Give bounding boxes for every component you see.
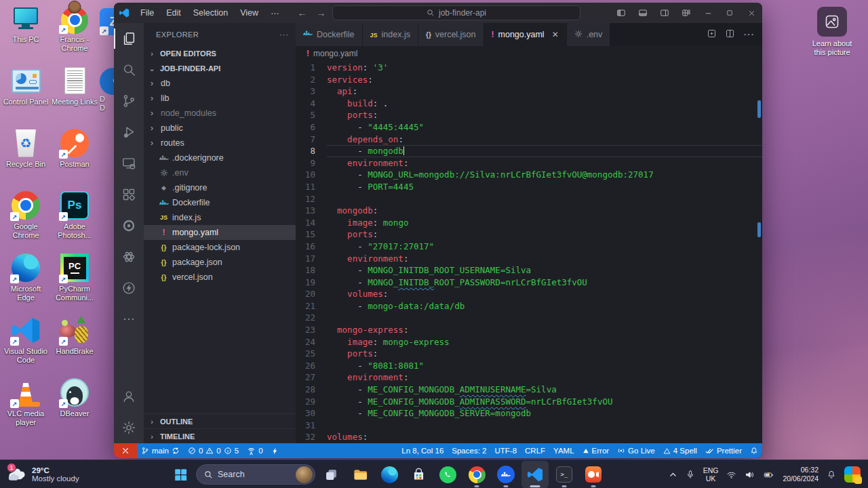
tab--env[interactable]: .env xyxy=(567,23,611,46)
desktop-icon-google-chrome[interactable]: ↗Google Chrome xyxy=(2,190,50,252)
scrollbar-mark[interactable] xyxy=(757,100,761,118)
layout-sidebar-right-icon[interactable] xyxy=(654,3,675,23)
layout-panel-icon[interactable] xyxy=(632,3,654,23)
code-line-11[interactable]: 11 - PORT=4445 xyxy=(296,181,762,193)
git-branch-status[interactable]: main xyxy=(137,443,184,458)
encoding[interactable]: UTF-8 xyxy=(490,443,521,458)
code-line-23[interactable]: 23 mongo-express: xyxy=(296,324,762,336)
taskbar-app-taskview[interactable] xyxy=(317,461,344,488)
close-button[interactable] xyxy=(741,3,762,23)
desktop-icon-francis-chrome[interactable]: ↗Francis - Chrome xyxy=(51,3,98,65)
tree-file-vercel-json[interactable]: {}vercel.json xyxy=(144,270,296,285)
code-line-9[interactable]: 9 environment: xyxy=(296,157,762,169)
nav-back-icon[interactable]: ← xyxy=(298,7,307,18)
desktop-icon-handbrake[interactable]: ↗HandBrake xyxy=(51,314,98,377)
desktop-icon-visual-studio-code[interactable]: ↗Visual Studio Code xyxy=(2,314,50,377)
language-indicator[interactable]: ENGUK xyxy=(700,462,722,487)
learn-about-picture[interactable]: Learn about this picture xyxy=(806,7,859,57)
layout-customize-icon[interactable] xyxy=(675,3,697,23)
git-activity-icon[interactable] xyxy=(114,85,144,117)
split-editor-icon[interactable] xyxy=(725,28,735,41)
tray-overflow-chevron[interactable] xyxy=(665,462,681,487)
menu-edit[interactable]: Edit xyxy=(160,3,187,23)
code-line-7[interactable]: 7 depends_on: xyxy=(296,134,762,146)
notifications-bell[interactable] xyxy=(746,443,762,458)
prettier-status[interactable]: Prettier xyxy=(701,443,746,458)
clock[interactable]: 06:3220/06/2024 xyxy=(779,462,822,487)
desktop-icon-adobe-photosh[interactable]: Ps↗Adobe Photosh... xyxy=(51,190,98,252)
battery-icon[interactable] xyxy=(760,462,778,487)
code-line-29[interactable]: 29 - ME_CONFIG_MONGODB_ADMINPASSWORD=nrL… xyxy=(296,396,762,408)
openai-activity-icon[interactable] xyxy=(114,241,144,272)
taskbar-app-start[interactable] xyxy=(167,461,194,488)
partial-desktop-icon[interactable]: ◔ DD xyxy=(100,68,114,115)
code-line-25[interactable]: 25 ports: xyxy=(296,348,762,360)
menu-selection[interactable]: Selection xyxy=(187,3,234,23)
thunder-client-status[interactable] xyxy=(267,443,283,458)
wifi-icon[interactable] xyxy=(723,462,740,487)
tree-file--gitignore[interactable]: ◆.gitignore xyxy=(144,180,296,195)
tree-file-Dockerfile[interactable]: Dockerfile xyxy=(144,195,296,210)
eol[interactable]: CRLF xyxy=(521,443,549,458)
layout-sidebar-left-icon[interactable] xyxy=(610,3,632,23)
code-line-19[interactable]: 19 - MONGO_INITDB_ROOT_PASSWORD=nrLCrBfG… xyxy=(296,277,762,289)
project-root-section[interactable]: ⌄ JOB-FINDER-API xyxy=(144,61,296,76)
thunder-activity-icon[interactable] xyxy=(114,272,144,304)
code-line-20[interactable]: 20 volumes: xyxy=(296,288,762,300)
code-line-18[interactable]: 18 - MONGO_INITDB_ROOT_USERNAME=Silva xyxy=(296,264,762,277)
desktop-icon-dbeaver[interactable]: ↗DBeaver xyxy=(51,377,98,439)
more-actions-icon[interactable]: ··· xyxy=(743,28,754,41)
maximize-button[interactable] xyxy=(719,3,741,23)
corner-widget-icon[interactable] xyxy=(841,462,864,487)
tab-index-js[interactable]: JSindex.js xyxy=(363,23,418,46)
menu-more[interactable]: ⋯ xyxy=(264,3,285,23)
code-line-30[interactable]: 30 - ME_CONFIG_MONGODB_SERVER=mongodb xyxy=(296,407,762,420)
debug-activity-icon[interactable] xyxy=(114,117,144,148)
code-line-32[interactable]: 32volumes: xyxy=(296,431,762,443)
breadcrumb[interactable]: ! mongo.yaml xyxy=(296,46,762,61)
tree-folder-node-modules[interactable]: ›node_modules xyxy=(144,106,296,121)
code-line-26[interactable]: 26 - "8081:8081" xyxy=(296,360,762,372)
code-line-27[interactable]: 27 environment: xyxy=(296,371,762,384)
tree-file-mongo-yaml[interactable]: !mongo.yaml xyxy=(144,225,296,240)
taskbar-search[interactable]: Search xyxy=(196,464,315,485)
remote-indicator[interactable] xyxy=(114,443,137,458)
search-activity-icon[interactable] xyxy=(114,54,144,85)
microphone-icon[interactable] xyxy=(682,462,698,487)
desktop-icon-control-panel[interactable]: Control Panel xyxy=(2,65,50,127)
desktop-icon-microsoft-edge[interactable]: ↗Microsoft Edge xyxy=(2,252,50,314)
taskbar-app-recorder[interactable] xyxy=(580,461,607,488)
menu-view[interactable]: View xyxy=(234,3,264,23)
scrollbar-mark[interactable] xyxy=(757,222,761,237)
tree-file-package-lock-json[interactable]: {}package-lock.json xyxy=(144,240,296,255)
indentation[interactable]: Spaces: 2 xyxy=(448,443,490,458)
taskbar-app-chrome[interactable] xyxy=(463,461,490,488)
code-line-17[interactable]: 17 environment: xyxy=(296,253,762,265)
taskbar-app-edge[interactable] xyxy=(376,461,403,488)
code-line-1[interactable]: 1version: '3' xyxy=(296,62,762,74)
extensions-activity-icon[interactable] xyxy=(114,179,144,210)
error-lens-status[interactable]: Error xyxy=(578,443,614,458)
language-mode[interactable]: YAML xyxy=(549,443,578,458)
weather-widget[interactable]: 1 29°C Mostly cloudy xyxy=(7,460,79,488)
code-line-24[interactable]: 24 image: mongo-express xyxy=(296,336,762,348)
minimize-button[interactable] xyxy=(697,3,719,23)
files-activity-icon[interactable] xyxy=(114,23,144,54)
code-line-21[interactable]: 21 - mongo-data:/data/db xyxy=(296,300,762,312)
desktop-icon-recycle-bin[interactable]: ♻Recycle Bin xyxy=(2,127,50,190)
code-line-28[interactable]: 28 - ME_CONFIG_MONGODB_ADMINUSERNAME=Sil… xyxy=(296,384,762,396)
tree-file--env[interactable]: .env xyxy=(144,165,296,180)
code-line-6[interactable]: 6 - "4445:4445" xyxy=(296,121,762,134)
code-line-22[interactable]: 22 xyxy=(296,312,762,324)
desktop-icon-meeting-links[interactable]: Meeting Links xyxy=(51,65,98,127)
code-line-12[interactable]: 12 xyxy=(296,193,762,205)
close-tab-icon[interactable]: ✕ xyxy=(552,30,559,39)
tree-folder-routes[interactable]: ›routes xyxy=(144,136,296,150)
desktop-icon-pycharm-communi[interactable]: PC↗PyCharm Communi... xyxy=(51,252,98,314)
code-line-4[interactable]: 4 build: . xyxy=(296,98,762,110)
tab-vercel-json[interactable]: {}vercel.json xyxy=(418,23,484,46)
code-line-16[interactable]: 16 - "27017:27017" xyxy=(296,241,762,253)
open-editors-section[interactable]: › OPEN EDITORS xyxy=(144,46,296,61)
tree-file--dockerignore[interactable]: .dockerignore xyxy=(144,150,296,165)
code-line-13[interactable]: 13 mongodb: xyxy=(296,205,762,217)
